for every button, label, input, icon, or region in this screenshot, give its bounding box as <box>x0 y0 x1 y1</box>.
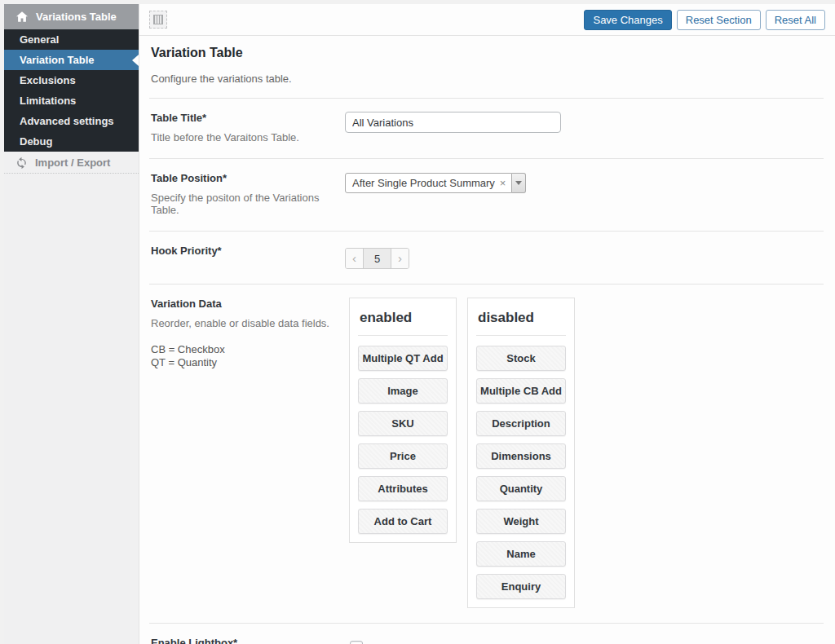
disabled-list: StockMultiple CB AddDescriptionDimension… <box>476 346 566 599</box>
label-column: Enable Lightbox* <box>151 637 345 644</box>
sortable-field-item[interactable]: Attributes <box>358 476 448 501</box>
stepper-decrement-button[interactable]: ‹ <box>346 249 363 268</box>
sortable-field-item[interactable]: Multiple CB Add <box>476 378 566 404</box>
sortable-field-item[interactable]: Quantity <box>476 476 566 501</box>
sidebar-empty-area <box>4 174 139 644</box>
screen-options-button[interactable] <box>149 11 167 29</box>
field-row-table-title: Table Title* Title before the Varaitons … <box>149 99 824 159</box>
sortable-field-item[interactable]: Image <box>358 378 448 404</box>
table-title-description: Title before the Varaitons Table. <box>151 131 345 143</box>
note-line: CB = Checkbox <box>151 343 345 356</box>
variation-data-description: Reorder, enable or disable data fields. <box>151 317 345 329</box>
main-area: Save Changes Reset Section Reset All Var… <box>139 4 835 644</box>
sidebar-item-import-export[interactable]: Import / Export <box>4 152 139 174</box>
table-position-select[interactable]: After Single Product Summary × <box>345 173 526 193</box>
toolbar-buttons: Save Changes Reset Section Reset All <box>584 10 825 30</box>
sortable-field-item[interactable]: Multiple QT Add <box>358 346 448 371</box>
hook-priority-stepper[interactable]: ‹ 5 › <box>345 248 409 269</box>
sortable-field-item[interactable]: Add to Cart <box>358 509 448 534</box>
field-column: enabled Multiple QT AddImageSKUPriceAttr… <box>345 298 822 608</box>
enabled-list: Multiple QT AddImageSKUPriceAttributesAd… <box>358 346 448 534</box>
sortable-field-item[interactable]: Dimensions <box>476 443 566 469</box>
screen-options-icon <box>153 15 163 24</box>
sortable-field-item[interactable]: Description <box>476 411 566 436</box>
table-title-label: Table Title* <box>151 112 345 124</box>
enabled-fields-box: enabled Multiple QT AddImageSKUPriceAttr… <box>349 298 457 543</box>
field-column: ✓ <box>345 637 822 644</box>
note-line: QT = Quantity <box>151 356 345 369</box>
select-value: After Single Product Summary <box>352 177 495 189</box>
drag-drop-lists: enabled Multiple QT AddImageSKUPriceAttr… <box>349 298 822 608</box>
label-column: Table Position* Specify the positon of t… <box>151 172 345 216</box>
sortable-field-item[interactable]: Weight <box>476 509 566 534</box>
sortable-field-item[interactable]: Enquiry <box>476 574 566 599</box>
reset-section-button[interactable]: Reset Section <box>677 10 761 30</box>
sortable-field-item[interactable]: Stock <box>476 346 566 371</box>
toolbar: Save Changes Reset Section Reset All <box>139 4 835 36</box>
sidebar-item[interactable]: Limitations <box>4 90 139 111</box>
sidebar-title: Variations Table <box>36 11 117 23</box>
chevron-down-icon <box>515 181 522 185</box>
field-row-variation-data: Variation Data Reorder, enable or disabl… <box>149 285 824 624</box>
sortable-field-item[interactable]: Price <box>358 443 448 469</box>
disabled-fields-box: disabled StockMultiple CB AddDescription… <box>467 298 575 608</box>
field-row-hook-priority: Hook Priority* ‹ 5 › <box>149 232 824 285</box>
select-current-option[interactable]: After Single Product Summary × <box>345 173 512 193</box>
settings-content: Variation Table Configure the variations… <box>139 36 835 644</box>
sidebar-item[interactable]: Exclusions <box>4 70 139 90</box>
enable-lightbox-label: Enable Lightbox* <box>151 637 345 644</box>
stepper-value[interactable]: 5 <box>363 249 391 268</box>
save-changes-button[interactable]: Save Changes <box>584 10 671 30</box>
field-column: After Single Product Summary × <box>345 172 822 216</box>
table-position-label: Table Position* <box>151 172 345 184</box>
hook-priority-label: Hook Priority* <box>151 245 345 257</box>
section-header: Variation Table Configure the variations… <box>149 36 824 99</box>
table-position-description: Specify the positon of the Variations Ta… <box>151 192 345 216</box>
label-column: Variation Data Reorder, enable or disabl… <box>151 298 345 608</box>
select-dropdown-button[interactable] <box>512 173 526 193</box>
sidebar-menu: GeneralVariation TableExclusionsLimitati… <box>4 29 139 152</box>
page-title: Variation Table <box>151 46 822 60</box>
disabled-list-header: disabled <box>476 298 566 336</box>
field-row-table-position: Table Position* Specify the positon of t… <box>149 159 824 232</box>
import-export-label: Import / Export <box>35 157 110 169</box>
field-column: ‹ 5 › <box>345 245 822 269</box>
sidebar-item[interactable]: Advanced settings <box>4 111 139 131</box>
label-column: Hook Priority* <box>151 245 345 269</box>
variation-data-notes: CB = CheckboxQT = Quantity <box>151 343 345 369</box>
sortable-field-item[interactable]: SKU <box>358 411 448 436</box>
stepper-increment-button[interactable]: › <box>391 249 409 268</box>
label-column: Table Title* Title before the Varaitons … <box>151 112 345 143</box>
home-icon <box>16 11 28 22</box>
enabled-list-header: enabled <box>358 298 448 336</box>
sortable-field-item[interactable]: Name <box>476 541 566 567</box>
variation-data-label: Variation Data <box>151 298 345 310</box>
sidebar-item[interactable]: Variation Table <box>4 50 139 70</box>
field-column <box>345 112 822 143</box>
update-icon <box>15 157 28 169</box>
table-title-input[interactable] <box>345 112 561 133</box>
app-window: Variations Table GeneralVariation TableE… <box>4 4 835 644</box>
page-description: Configure the variations table. <box>151 73 822 85</box>
sidebar-item[interactable]: General <box>4 29 139 50</box>
reset-all-button[interactable]: Reset All <box>766 10 825 30</box>
sidebar: Variations Table GeneralVariation TableE… <box>4 4 139 644</box>
field-row-enable-lightbox: Enable Lightbox* ✓ <box>149 624 824 644</box>
clear-selection-icon[interactable]: × <box>495 177 506 189</box>
sidebar-item[interactable]: Debug <box>4 131 139 152</box>
enable-lightbox-checkbox[interactable]: ✓ <box>350 641 363 644</box>
sidebar-header: Variations Table <box>4 4 139 29</box>
